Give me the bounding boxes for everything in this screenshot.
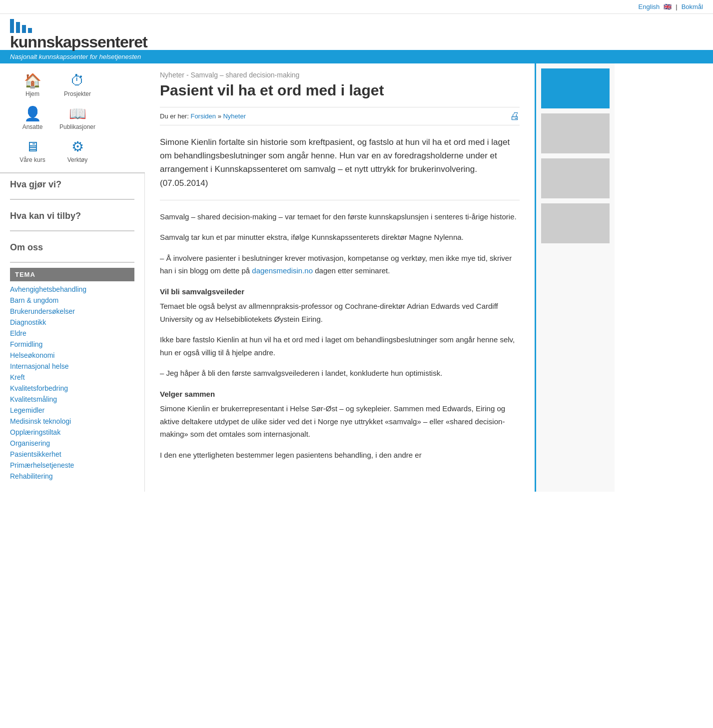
breadcrumb-prefix: Du er her: [160, 112, 189, 120]
tema-link-diagnostikk[interactable]: Diagnostikk [10, 318, 46, 326]
print-icon[interactable]: 🖨 [510, 110, 520, 122]
tema-link-opplaeringstiltak[interactable]: Opplæringstiltak [10, 428, 60, 436]
nav-verktoy[interactable]: ⚙ Verktøy [55, 134, 100, 167]
list-item: Medisinsk teknologi [10, 416, 134, 427]
nav-prosjekter-label: Prosjekter [64, 90, 91, 97]
tema-link-pasientsikkerhet[interactable]: Pasientsikkerhet [10, 450, 61, 458]
bokmal-link[interactable]: Bokmål [682, 3, 703, 10]
tema-link-formidling[interactable]: Formidling [10, 340, 42, 348]
tema-header: TEMA [10, 268, 134, 281]
paragraph-6: – Jeg håper å bli den første samvalgsvei… [160, 367, 520, 380]
nav-verktoy-label: Verktøy [67, 156, 88, 163]
paragraph-1: Samvalg – shared decision-making – var t… [160, 210, 520, 223]
logo-area: kunnskapssenteret [10, 19, 147, 50]
list-item: Kreft [10, 372, 134, 383]
list-item: Organisering [10, 438, 134, 449]
tema-link-barn-ungdom[interactable]: Barn & ungdom [10, 296, 58, 304]
list-item: Brukerundersøkelser [10, 306, 134, 317]
logo-bars [10, 19, 147, 33]
varekurs-icon: 🖥 [25, 138, 39, 155]
tema-link-kvalitetsmaling[interactable]: Kvalitetsmåling [10, 395, 57, 403]
sidebar-section-3-title[interactable]: Om oss [10, 236, 134, 257]
prosjekter-icon: ⏱ [70, 72, 84, 89]
tema-link-internasjonal-helse[interactable]: Internasjonal helse [10, 362, 69, 370]
section-heading-2: Velger sammen [160, 388, 520, 401]
paragraph-2: Samvalg tar kun et par minutter ekstra, … [160, 231, 520, 244]
right-sidebar-block-1 [541, 68, 610, 108]
blue-banner: Nasjonalt kunnskapssenter for helsetjene… [0, 50, 713, 63]
tema-link-avhengighetsbehandling[interactable]: Avhengighetsbehandling [10, 285, 86, 293]
list-item: Barn & ungdom [10, 295, 134, 306]
list-item: Primærhelsetjeneste [10, 460, 134, 471]
paragraph-7: Simone Kienlin er brukerrepresentant i H… [160, 402, 520, 441]
verktoy-icon: ⚙ [71, 138, 84, 155]
nav-publikasjoner[interactable]: 📖 Publikasjoner [55, 101, 100, 134]
logo-bar-4 [28, 28, 32, 33]
nav-varekurs-label: Våre kurs [19, 156, 45, 163]
list-item: Avhengighetsbehandling [10, 284, 134, 295]
right-sidebar-block-4 [541, 203, 610, 243]
logo-bar-1 [10, 19, 14, 33]
logo-bar-3 [22, 25, 26, 33]
list-item: Legemidler [10, 405, 134, 416]
nav-ansatte-label: Ansatte [22, 123, 43, 130]
tema-link-primaerhelsetjeneste[interactable]: Primærhelsetjeneste [10, 461, 74, 469]
header: kunnskapssenteret [0, 14, 713, 50]
list-item: Helseøkonomi [10, 350, 134, 361]
tema-link-helsekonomi[interactable]: Helseøkonomi [10, 351, 54, 359]
list-item: Rehabilitering [10, 471, 134, 482]
tema-link-organisering[interactable]: Organisering [10, 439, 50, 447]
nav-prosjekter[interactable]: ⏱ Prosjekter [55, 68, 100, 101]
hjem-icon: 🏠 [24, 72, 41, 89]
list-item: Diagnostikk [10, 317, 134, 328]
tema-link-medisinsk-teknologi[interactable]: Medisinsk teknologi [10, 417, 71, 425]
right-sidebar-block-2 [541, 113, 610, 153]
article-subtitle: Nyheter - Samvalg – shared decision-maki… [160, 71, 520, 79]
breadcrumb-nav: Du er her: Forsiden » Nyheter 🖨 [160, 107, 520, 125]
nav-varekurs[interactable]: 🖥 Våre kurs [10, 134, 55, 167]
breadcrumb-separator: » [218, 112, 223, 120]
english-link[interactable]: English [639, 3, 660, 10]
dagensmedisin-link[interactable]: dagensmedisin.no [252, 266, 313, 275]
list-item: Kvalitetsmåling [10, 394, 134, 405]
paragraph-3: – Å involvere pasienter i beslutninger k… [160, 252, 520, 277]
list-item: Formidling [10, 339, 134, 350]
article-body: Samvalg – shared decision-making – var t… [160, 210, 520, 462]
tema-link-legemidler[interactable]: Legemidler [10, 406, 44, 414]
tema-link-rehabilitering[interactable]: Rehabilitering [10, 472, 53, 480]
nav-publikasjoner-label: Publikasjoner [59, 123, 95, 130]
separator: | [676, 3, 677, 10]
tema-link-kreft[interactable]: Kreft [10, 373, 25, 381]
sidebar-section-2-title[interactable]: Hva kan vi tilby? [10, 205, 134, 225]
tema-link-kvalitetsforbedring[interactable]: Kvalitetsforbedring [10, 384, 68, 392]
sidebar-section-1: Hva gjør vi? [10, 173, 134, 200]
nav-icons: 🏠 Hjem ⏱ Prosjekter 👤 Ansatte 📖 Publikas… [0, 63, 145, 173]
list-item: Pasientsikkerhet [10, 449, 134, 460]
content-area: Nyheter - Samvalg – shared decision-maki… [145, 63, 535, 492]
paragraph-8: I den ene ytterligheten bestemmer legen … [160, 449, 520, 462]
sidebar-section-1-title[interactable]: Hva gjør vi? [10, 173, 134, 194]
ansatte-icon: 👤 [24, 105, 41, 122]
right-sidebar [535, 63, 615, 492]
article-title: Pasient vil ha et ord med i laget [160, 81, 520, 99]
breadcrumb-current-link[interactable]: Nyheter [223, 112, 246, 120]
article-intro: Simone Kienlin fortalte sin historie som… [160, 135, 520, 200]
breadcrumb-home-link[interactable]: Forsiden [190, 112, 216, 120]
tema-link-brukerundersokelser[interactable]: Brukerundersøkelser [10, 307, 75, 315]
sidebar: Hva gjør vi? Hva kan vi tilby? Om oss TE… [0, 173, 145, 492]
logo-bar-2 [16, 22, 20, 33]
list-item: Opplæringstiltak [10, 427, 134, 438]
paragraph-5: Ikke bare fastslo Kienlin at hun vil ha … [160, 333, 520, 359]
section-heading-1: Vil bli samvalgsveileder [160, 285, 520, 298]
sidebar-section-2: Hva kan vi tilby? [10, 205, 134, 231]
tema-link-eldre[interactable]: Eldre [10, 329, 26, 337]
nav-ansatte[interactable]: 👤 Ansatte [10, 101, 55, 134]
flag-icon: 🇬🇧 [664, 3, 672, 10]
nav-hjem[interactable]: 🏠 Hjem [10, 68, 55, 101]
list-item: Eldre [10, 328, 134, 339]
paragraph-4: Temaet ble også belyst av allmennpraksis… [160, 300, 520, 325]
list-item: Internasjonal helse [10, 361, 134, 372]
breadcrumb: Du er her: Forsiden » Nyheter [160, 112, 246, 120]
logo-text[interactable]: kunnskapssenteret [10, 34, 147, 50]
publikasjoner-icon: 📖 [69, 105, 86, 122]
